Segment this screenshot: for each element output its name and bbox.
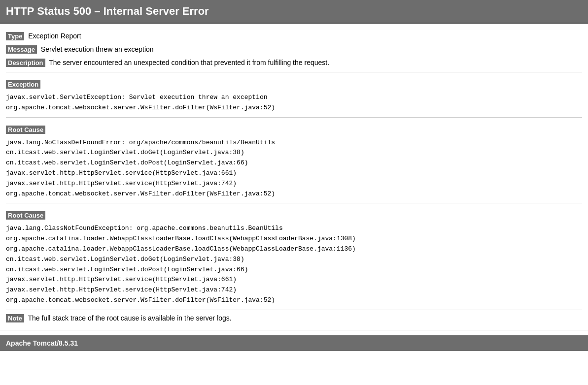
description-row: Description The server encountered an un… [6, 58, 582, 68]
message-label: Message [6, 45, 37, 54]
exception-line-2: org.apache.tomcat.websocket.server.WsFil… [6, 104, 275, 111]
type-value: Exception Report [28, 32, 81, 40]
exception-code: javax.servlet.ServletException: Servlet … [6, 93, 582, 113]
rc1-line-1: cn.itcast.web.servlet.LoginServlet.doGet… [6, 149, 244, 156]
note-row: Note The full stack trace of the root ca… [6, 314, 582, 322]
rc1-line-0: java.lang.NoClassDefFoundError: org/apac… [6, 139, 275, 146]
message-row: Message Servlet execution threw an excep… [6, 44, 582, 55]
rc1-line-4: javax.servlet.http.HttpServlet.service(H… [6, 180, 237, 187]
rc1-line-3: javax.servlet.http.HttpServlet.service(H… [6, 169, 237, 177]
footer-divider [0, 330, 588, 330]
type-label: Type [6, 32, 24, 40]
message-value: Servlet execution threw an exception [41, 45, 154, 53]
footer-text: Apache Tomcat/8.5.31 [6, 339, 78, 347]
page-title: HTTP Status 500 – Internal Server Error [6, 5, 582, 18]
divider-3 [6, 203, 582, 203]
root-cause-2-label: Root Cause [6, 211, 45, 220]
rc2-line-4: cn.itcast.web.servlet.LoginServlet.doPos… [6, 266, 248, 273]
note-label: Note [6, 314, 24, 322]
root-cause-2-code: java.lang.ClassNotFoundException: org.ap… [6, 224, 582, 305]
rc2-line-7: org.apache.tomcat.websocket.server.WsFil… [6, 296, 275, 304]
divider-2 [6, 117, 582, 118]
note-text: The full stack trace of the root cause i… [28, 314, 232, 322]
root-cause-1-section: Root Cause java.lang.NoClassDefFoundErro… [6, 122, 582, 199]
divider-1 [6, 72, 582, 72]
root-cause-2-section: Root Cause java.lang.ClassNotFoundExcept… [6, 207, 582, 305]
divider-4 [6, 310, 582, 310]
description-label: Description [6, 59, 45, 67]
rc2-line-5: javax.servlet.http.HttpServlet.service(H… [6, 276, 237, 283]
root-cause-1-label: Root Cause [6, 126, 45, 134]
main-content: Type Exception Report Message Servlet ex… [0, 24, 588, 330]
root-cause-1-code: java.lang.NoClassDefFoundError: org/apac… [6, 138, 582, 199]
rc2-line-2: org.apache.catalina.loader.WebappClassLo… [6, 245, 356, 253]
rc2-line-6: javax.servlet.http.HttpServlet.service(H… [6, 286, 237, 293]
description-value: The server encountered an unexpected con… [49, 59, 329, 66]
exception-line-1: javax.servlet.ServletException: Servlet … [6, 94, 268, 101]
exception-section: Exception javax.servlet.ServletException… [6, 76, 582, 113]
rc2-line-3: cn.itcast.web.servlet.LoginServlet.doGet… [6, 256, 244, 263]
footer: Apache Tomcat/8.5.31 [0, 335, 588, 351]
rc1-line-2: cn.itcast.web.servlet.LoginServlet.doPos… [6, 159, 248, 166]
rc1-line-5: org.apache.tomcat.websocket.server.WsFil… [6, 190, 275, 197]
type-row: Type Exception Report [6, 31, 582, 41]
exception-label: Exception [6, 80, 40, 89]
rc2-line-0: java.lang.ClassNotFoundException: org.ap… [6, 225, 283, 232]
page-header: HTTP Status 500 – Internal Server Error [0, 0, 588, 24]
rc2-line-1: org.apache.catalina.loader.WebappClassLo… [6, 235, 356, 242]
